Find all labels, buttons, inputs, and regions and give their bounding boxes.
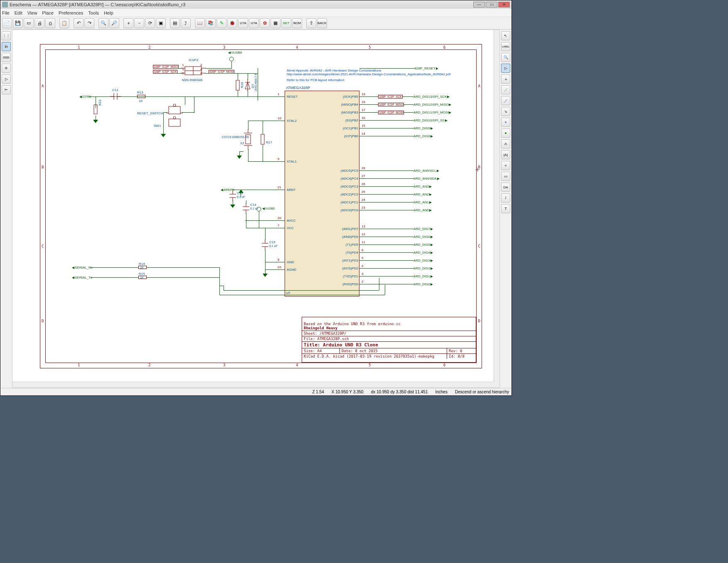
resistor-r17[interactable] [260, 133, 265, 146]
hier-pin-icon[interactable]: DA [501, 183, 510, 192]
hier-label[interactable]: ARD_DIG10/SPI_SS [413, 119, 449, 122]
hier-label[interactable]: ARD_DIG6 [413, 235, 434, 239]
hier-label[interactable]: ARD_AN1 [413, 200, 433, 204]
hier-label-icon[interactable]: « [501, 161, 510, 170]
annotate-icon[interactable]: ✎ [216, 18, 226, 28]
text-icon[interactable]: T [501, 204, 510, 213]
hier-label[interactable]: ARD_DIG7 [413, 227, 434, 231]
find-replace-icon[interactable]: 🔎 [109, 18, 119, 28]
netlist-icon[interactable]: ✿ [260, 18, 270, 28]
cvpcb2-icon[interactable]: U?A [249, 18, 259, 28]
lib-editor-icon[interactable]: 📖 [195, 18, 205, 28]
back-icon[interactable]: BACK [317, 18, 327, 28]
pcb-icon[interactable]: ▦ [271, 18, 280, 28]
place-wire-icon[interactable]: ／ [501, 85, 510, 94]
global-label[interactable]: 328P_ICSP_SCK [378, 95, 403, 99]
hier-label[interactable]: ARD_AN0 [413, 208, 433, 212]
hier-label[interactable]: 328P_RESET [415, 67, 440, 70]
lib-browser-icon[interactable]: 📚 [206, 18, 216, 28]
resistor-r13[interactable] [137, 95, 145, 98]
cvpcb-icon[interactable]: U?A [238, 18, 248, 28]
menu-view[interactable]: View [27, 10, 37, 15]
menu-preferences[interactable]: Preferences [59, 10, 83, 15]
place-bus-icon[interactable]: ／ [501, 96, 510, 105]
zoom-fit-icon[interactable]: ▣ [156, 18, 166, 28]
hier-label[interactable]: ARD_DIG1 [413, 274, 434, 278]
menu-help[interactable]: Help [104, 10, 113, 15]
graphic-line-icon[interactable]: / [501, 193, 510, 202]
erc-icon[interactable]: 🐞 [227, 18, 237, 28]
global-label-icon[interactable]: [A] [501, 150, 510, 159]
hier-label[interactable]: ARD_AN4/SDA [413, 177, 441, 180]
hier-label[interactable]: ARD_AN2 [413, 193, 433, 196]
hier-label[interactable]: ARD_DIG5 [413, 243, 434, 247]
cursor-shape-icon[interactable]: ✛ [2, 64, 11, 73]
hier-label[interactable]: ARD_DIG4 [413, 251, 434, 254]
bus-dir-icon[interactable]: ⊢ [2, 85, 11, 94]
junction-icon[interactable]: ● [501, 128, 510, 138]
bom-icon[interactable]: BOM [292, 18, 302, 28]
hier-label[interactable]: ARD_DIG12/SPI_MISO [413, 103, 453, 106]
menu-tools[interactable]: Tools [88, 10, 99, 15]
print-icon[interactable]: 🖨 [34, 18, 44, 28]
menu-place[interactable]: Place [42, 10, 54, 15]
mm-unit-icon[interactable]: mm [2, 53, 11, 62]
menu-file[interactable]: File [2, 10, 10, 15]
hier-label[interactable]: SERIAL_Rx [71, 266, 93, 269]
close-button[interactable]: ✕ [498, 2, 510, 7]
plot-icon[interactable]: ⎙ [45, 18, 55, 28]
zoom-area-icon[interactable]: 🔍 [501, 53, 510, 62]
no-connect-icon[interactable]: × [501, 118, 510, 127]
hier-label[interactable]: SERIAL_Tx [71, 276, 92, 279]
zoom-in-icon[interactable]: ＋ [123, 18, 133, 28]
save-icon[interactable]: 💾 [13, 18, 23, 28]
vertical-scrollbar[interactable] [494, 30, 499, 382]
net-label-icon[interactable]: A [501, 139, 510, 148]
menu-edit[interactable]: Edit [15, 10, 22, 15]
global-label[interactable]: 328P_ICSP_MISO [378, 103, 404, 106]
global-label[interactable]: 328P_ICSP_MOSI [378, 111, 404, 114]
hier-label[interactable]: ARD_AN5/SCL [413, 169, 440, 173]
undo-icon[interactable]: ↶ [74, 18, 84, 28]
zoom-redraw-icon[interactable]: ⟳ [145, 18, 155, 28]
capacitor-c14[interactable] [243, 203, 249, 214]
find-icon[interactable]: 🔍 [98, 18, 108, 28]
horizontal-scrollbar[interactable] [12, 382, 494, 388]
global-label[interactable]: 328P_ICSP_SCK [153, 70, 177, 74]
hier-label[interactable]: ARD_DIG2 [413, 267, 434, 270]
in-unit-icon[interactable]: in [2, 42, 11, 51]
minimize-button[interactable]: — [473, 2, 485, 7]
switch-sw1b[interactable] [166, 116, 183, 129]
leave-sheet-icon[interactable]: ⤴ [181, 18, 191, 28]
resistor-r12[interactable] [93, 103, 98, 116]
page-settings-icon[interactable]: ▭ [24, 18, 34, 28]
import-icon[interactable]: ⇪ [306, 18, 316, 28]
zoom-out-icon[interactable]: － [134, 18, 144, 28]
hier-label[interactable]: ARD_DIG13/SPI_SCK [413, 95, 451, 99]
hidden-pins-icon[interactable]: ▷ [2, 74, 11, 84]
hier-sheet-icon[interactable]: ▭ [501, 172, 510, 181]
diode-d7[interactable] [244, 79, 251, 91]
crystal-x2[interactable] [243, 129, 253, 150]
hierarchy-icon[interactable]: ▤ [170, 18, 180, 28]
highlight-net-icon[interactable]: LABEL [501, 42, 510, 51]
grid-icon[interactable]: ⋮⋮ [2, 31, 11, 40]
paste-icon[interactable]: 📋 [59, 18, 69, 28]
place-symbol-icon[interactable]: ▷ [501, 64, 510, 73]
capacitor-c11[interactable] [110, 91, 121, 102]
hier-label[interactable]: ARD_DIG0 [413, 282, 434, 286]
capacitor-c15[interactable] [262, 240, 268, 250]
maximize-button[interactable]: ▭ [486, 2, 497, 7]
schematic-canvas[interactable]: 1 2 3 4 5 6 1 2 3 4 5 6 A B C D A [12, 30, 500, 388]
switch-sw1[interactable] [166, 104, 183, 116]
bus-entry-icon[interactable]: ↘ [501, 107, 510, 116]
hier-label[interactable]: ARD_DIG3 [413, 259, 434, 262]
net-icon[interactable]: NET [281, 18, 291, 28]
capacitor-c13[interactable] [229, 190, 236, 201]
hier-label[interactable]: ARD_DIG8 [413, 134, 434, 138]
redo-icon[interactable]: ↷ [84, 18, 94, 28]
place-power-icon[interactable]: ⏚ [501, 74, 510, 84]
select-icon[interactable]: ↖ [501, 31, 510, 40]
resistor-r16[interactable] [235, 79, 240, 91]
hier-label[interactable]: ARD_DIG9 [413, 126, 434, 130]
